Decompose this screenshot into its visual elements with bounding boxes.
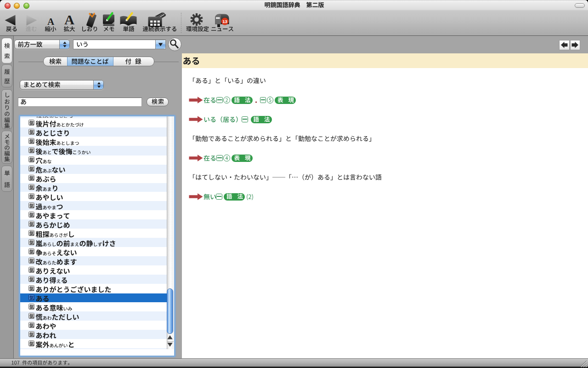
svg-text:13: 13 [222,19,227,24]
